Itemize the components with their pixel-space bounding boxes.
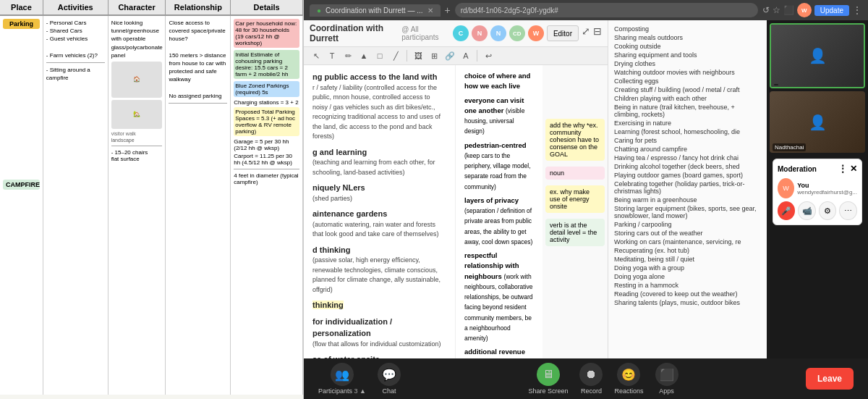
ri-2: pedestrian-centred (keep cars to the per…: [464, 140, 534, 192]
mod-video-btn[interactable]: 📹: [798, 201, 816, 220]
mod-close-icon[interactable]: ✕: [850, 164, 857, 174]
sticky-notes-column: add the why *ex. community cohesion have…: [542, 65, 608, 358]
update-button[interactable]: Update: [814, 5, 849, 16]
col-header-place: Place: [0, 0, 43, 14]
table-header: Place Activities Character Relationship …: [0, 0, 303, 16]
mod-settings-btn[interactable]: ⚙: [819, 201, 837, 220]
list-outdoor-movies: Watching outdoor movies with neighbours: [614, 68, 761, 77]
list-hammock: Resting in a hammock: [614, 281, 761, 290]
browser-tab[interactable]: ● Coordination with Durrett — ... ✕: [310, 4, 441, 17]
list-sharing-meals: Sharing meals outdoors: [614, 33, 761, 42]
bt-apps[interactable]: ⬛ Apps: [655, 363, 678, 395]
document-area: Coordination with Durrett @ All particip…: [304, 20, 608, 358]
bt-reactions[interactable]: 😊 Reactions: [614, 363, 643, 395]
bt-record[interactable]: ⏺ Record: [579, 363, 603, 395]
text-icon[interactable]: T: [326, 49, 339, 62]
reactions-icon: 😊: [617, 363, 640, 386]
list-parking: Parking / carpooling: [614, 220, 761, 229]
ri-5: additional revenue (augment monthly expe…: [464, 347, 534, 358]
shape-icon[interactable]: □: [373, 49, 386, 62]
sticky-1: add the why *ex. community cohesion have…: [545, 119, 605, 161]
editor-button[interactable]: Editor: [547, 25, 579, 41]
list-equipment: Storing larger equipment (bikes, sports,…: [614, 204, 761, 220]
doc-item-4: d thinking (passive solar, high energy e…: [312, 244, 446, 295]
line-icon[interactable]: ╱: [389, 49, 402, 62]
sticky-4: verb is at the detail level = the activi…: [545, 219, 605, 246]
bottom-toolbar: 👥 Participants 3 ▲ 💬 Chat 🖥 Share Screen…: [304, 358, 868, 399]
user-avatar-w[interactable]: W: [797, 3, 812, 17]
detail-blue-zoned: Blue Zoned Parkings (required) 5s: [234, 81, 299, 97]
doc-participants: @ All participants: [401, 25, 448, 41]
undo-icon[interactable]: ↩: [482, 49, 495, 62]
mod-user-info: You wendyredfairhurst@g...: [797, 182, 857, 196]
link-icon[interactable]: 🔗: [443, 49, 456, 62]
video-secondary: 👤 Nadthachai: [770, 91, 865, 153]
detail-proposed-total: Proposed Total Parking Spaces = 5.3 (+ a…: [234, 107, 299, 136]
list-games: Playing outdoor games (board games, spor…: [614, 171, 761, 180]
leave-button[interactable]: Leave: [806, 368, 854, 390]
avatar-n1: N: [472, 25, 488, 41]
doc-item-5: for individualization / personalization …: [312, 316, 446, 350]
ri-0: choice of where and how we each live: [464, 71, 534, 92]
moderation-panel: Moderation ⋮ ✕ W You wendyredfairhurst@g…: [773, 159, 862, 225]
main-content: Coordination with Durrett @ All particip…: [304, 20, 868, 358]
col-header-relationship: Relationship: [166, 0, 231, 14]
avatar-cd: CD: [509, 25, 525, 41]
font-icon[interactable]: A: [459, 49, 472, 62]
list-sidebar: Composting Sharing meals outdoors Cookin…: [608, 20, 767, 358]
col-place: Parking CAMPFIRE: [0, 16, 43, 395]
doc-second-toolbar: ↖ T ✏ ▲ □ ╱ 🖼 ⊞ 🔗 A ↩: [304, 47, 608, 65]
video-main-label: [774, 84, 778, 85]
toolbar-icons: C N N CD W Editor ⤢ ⊟: [453, 25, 602, 41]
expand-icon[interactable]: ⤢: [582, 25, 590, 41]
detail-carport: Carport = 11.25 per 30 hh (4.5/12 hh @ w…: [234, 153, 299, 166]
bt-share-screen[interactable]: 🖥 Share Screen: [528, 363, 568, 395]
new-tab-btn[interactable]: +: [445, 4, 451, 16]
col-details: Car per household now: 48 for 30 househo…: [231, 16, 303, 395]
image-icon[interactable]: 🖼: [412, 49, 425, 62]
record-icon: ⏺: [579, 363, 603, 386]
col-relationship: Close access to covered space/private ho…: [166, 16, 231, 395]
url-bar[interactable]: rd/bd4f-1n06-2dg5-2g0f-ygdk#: [455, 3, 758, 17]
tab-close-btn[interactable]: ✕: [427, 7, 433, 14]
detail-car-per-household: Car per household now: 48 for 30 househo…: [234, 19, 299, 48]
bt-participants[interactable]: 👥 Participants 3 ▲: [318, 363, 366, 395]
video-panel: 👤 👤 Nadthachai Moderation ⋮ ✕ W: [767, 20, 868, 358]
cursor-icon[interactable]: ↖: [310, 49, 323, 62]
video-main-display: 👤: [771, 25, 864, 87]
menu-icon[interactable]: ⋮: [852, 4, 862, 16]
extension-icon[interactable]: ⬛: [783, 5, 794, 15]
mod-more-btn[interactable]: ⋯: [839, 201, 857, 220]
bt-center-group: 🖥 Share Screen ⏺ Record 😊 Reactions ⬛ Ap…: [528, 363, 678, 395]
collapse-icon[interactable]: ⊟: [593, 25, 602, 41]
campfire-relationship: [169, 103, 227, 106]
bt-chat[interactable]: 💬 Chat: [378, 363, 401, 395]
bookmark-icon[interactable]: ☆: [773, 5, 780, 15]
avatar-c: C: [453, 25, 469, 41]
mod-mute-btn[interactable]: 🎤: [778, 201, 795, 220]
mod-header-actions: ⋮ ✕: [838, 164, 857, 174]
mod-btn-row: 🎤 📹 ⚙ ⋯: [778, 201, 857, 220]
parking-character-text: Nice looking tunnel/greenhouse with oper…: [111, 19, 163, 59]
col-header-activities: Activities: [43, 0, 109, 14]
table-icon[interactable]: ⊞: [427, 49, 441, 62]
avatar-n2: N: [490, 25, 506, 41]
list-meditating: Meditating, being still / quiet: [614, 255, 761, 264]
video-main: 👤: [770, 23, 865, 88]
mod-options-icon[interactable]: ⋮: [838, 164, 847, 174]
campfire-character: - 15–20 chairsflat surface: [111, 146, 163, 162]
campfire-activities: - Sitting around a campfire: [46, 62, 105, 82]
doc-item-2: niquely NLers (shed parties): [312, 182, 446, 203]
parking-activities: - Personal Cars- Shared Cars- Guest vehi…: [46, 19, 105, 59]
detail-garage: Garage = 5 per 30 hh (2/12 hh @ wksp): [234, 138, 299, 151]
highlight-icon[interactable]: ▲: [357, 49, 370, 62]
refresh-icon[interactable]: ↺: [762, 5, 770, 15]
parking-badge: Parking: [3, 19, 40, 29]
toolbar-separator2: [477, 50, 477, 62]
list-car-work: Working on cars (maintenance, servicing,…: [614, 238, 761, 246]
list-yoga-group: Doing yoga with a group: [614, 264, 761, 272]
ri-3: layers of privacy (separation / definiti…: [464, 196, 534, 247]
list-learning: Learning (forest school, homeschooling, …: [614, 127, 761, 136]
list-composting: Composting: [614, 25, 761, 33]
pen-icon[interactable]: ✏: [341, 49, 354, 62]
